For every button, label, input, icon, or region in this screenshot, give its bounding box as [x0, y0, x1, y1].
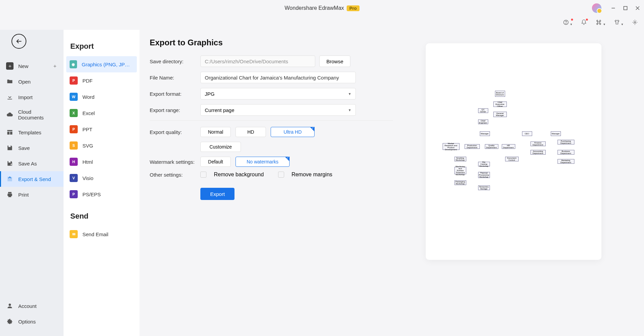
- plus-icon[interactable]: ＋: [52, 63, 57, 69]
- rail-label: Cloud Documents: [18, 109, 58, 120]
- org-node: Business Department: [558, 150, 574, 155]
- plus-box-icon: ＋: [6, 62, 14, 70]
- quality-label: Export quality:: [150, 129, 200, 135]
- filename-input[interactable]: [200, 72, 356, 83]
- main: ＋ New ＋ Open Import Cloud Documents Temp…: [0, 30, 644, 336]
- pro-badge: Pro: [347, 5, 360, 11]
- format-word[interactable]: W Word: [66, 89, 137, 105]
- command-icon[interactable]: ▾: [596, 19, 605, 27]
- format-label: Graphics (PNG, JPG et...: [82, 62, 133, 67]
- export-button[interactable]: Export: [200, 188, 234, 200]
- rail-label: Print: [18, 192, 29, 198]
- quality-normal[interactable]: Normal: [200, 127, 231, 137]
- back-button[interactable]: [11, 34, 26, 49]
- export-panel: Export ◉ Graphics (PNG, JPG et... P PDF …: [64, 30, 140, 336]
- rail-label: Import: [18, 94, 33, 100]
- rail-account[interactable]: Account: [0, 298, 64, 314]
- format-excel[interactable]: X Excel: [66, 105, 137, 121]
- org-node: Temporary Storage: [478, 185, 490, 190]
- format-ppt[interactable]: P PPT: [66, 121, 137, 137]
- quality-customize[interactable]: Customize: [200, 142, 241, 152]
- rail-options[interactable]: Options: [0, 314, 64, 329]
- minimize-icon[interactable]: [611, 6, 616, 10]
- close-icon[interactable]: [635, 6, 640, 10]
- rail-templates[interactable]: Templates: [0, 125, 64, 140]
- savedir-label: Save directory:: [150, 59, 200, 64]
- rail-label: New: [18, 63, 28, 69]
- remove-bg-checkbox[interactable]: [200, 172, 206, 178]
- svg-rect-1: [624, 6, 627, 10]
- format-value: JPG: [205, 91, 215, 97]
- org-node: Document Control: [505, 157, 519, 161]
- format-graphics[interactable]: ◉ Graphics (PNG, JPG et...: [66, 56, 137, 72]
- rail-saveas[interactable]: Save As: [0, 156, 64, 171]
- maximize-icon[interactable]: [623, 6, 628, 10]
- format-html[interactable]: H Html: [66, 154, 137, 170]
- window-controls: [592, 0, 640, 16]
- watermark-default[interactable]: Default: [200, 157, 231, 167]
- quality-hd[interactable]: HD: [236, 127, 266, 137]
- svg-point-11: [9, 304, 11, 306]
- format-label: Word: [82, 94, 95, 100]
- bell-icon[interactable]: [581, 19, 587, 27]
- send-heading: Send: [66, 202, 137, 226]
- rail-cloud[interactable]: Cloud Documents: [0, 105, 64, 125]
- quality-ultrahd[interactable]: Ultra HD: [271, 127, 315, 137]
- format-label: Excel: [82, 110, 95, 116]
- org-node: General Manager: [493, 112, 507, 117]
- rail-open[interactable]: Open: [0, 74, 64, 89]
- org-node: Accounting Department: [530, 150, 546, 155]
- remove-margins-checkbox[interactable]: [278, 172, 284, 178]
- range-label: Export range:: [150, 107, 200, 113]
- title-bar: Wondershare EdrawMax Pro: [0, 0, 644, 16]
- format-svg[interactable]: S SVG: [66, 137, 137, 154]
- form-column: Export to Graphics Save directory: Brows…: [150, 30, 393, 336]
- send-email[interactable]: ✉ Send Email: [66, 226, 137, 242]
- folder-icon: [6, 78, 14, 85]
- content: Export to Graphics Save directory: Brows…: [140, 30, 644, 336]
- format-pdf[interactable]: P PDF: [66, 72, 137, 89]
- pdf-icon: P: [70, 76, 78, 85]
- preview-card: Board of Directors Chief Executive Offic…: [426, 43, 601, 260]
- rail-label: Options: [18, 319, 36, 324]
- export-icon: [6, 175, 14, 183]
- visio-icon: V: [70, 174, 78, 182]
- remove-margins-label: Remove margins: [292, 172, 332, 178]
- rail-import[interactable]: Import: [0, 89, 64, 105]
- excel-icon: X: [70, 109, 78, 117]
- avatar[interactable]: [592, 3, 601, 13]
- template-icon: [6, 129, 14, 136]
- download-icon: [6, 93, 14, 101]
- org-node: Chief Engineer: [478, 119, 488, 124]
- format-pseps[interactable]: P PS/EPS: [66, 186, 137, 202]
- print-icon: [6, 191, 14, 198]
- format-visio[interactable]: V Visio: [66, 170, 137, 186]
- preview-column: Board of Directors Chief Executive Offic…: [393, 30, 634, 336]
- format-label: SVG: [82, 143, 93, 149]
- svg-rect-8: [7, 130, 13, 131]
- org-node: Market Research and Product Development: [443, 143, 460, 150]
- page-title: Export to Graphics: [150, 38, 393, 47]
- rail-print[interactable]: Print: [0, 187, 64, 202]
- shirt-icon[interactable]: ▾: [614, 19, 623, 27]
- rail-label: Account: [18, 303, 36, 309]
- org-node: Finance Department: [530, 141, 546, 146]
- rail-new[interactable]: ＋ New ＋: [0, 58, 64, 74]
- org-chart-preview: Board of Directors Chief Executive Offic…: [439, 87, 588, 216]
- save-icon: [6, 144, 14, 152]
- format-select[interactable]: JPG ▼: [200, 88, 356, 99]
- savedir-input: [200, 55, 315, 67]
- org-node: Die Casting Workshop: [478, 162, 490, 166]
- range-select[interactable]: Current page ▼: [200, 104, 356, 116]
- settings-icon[interactable]: [632, 19, 638, 27]
- rail-save[interactable]: Save: [0, 140, 64, 156]
- rail-list: ＋ New ＋ Open Import Cloud Documents Temp…: [0, 58, 64, 202]
- rail-export-send[interactable]: Export & Send: [0, 171, 64, 187]
- watermark-none[interactable]: No watermarks: [236, 157, 290, 167]
- browse-button[interactable]: Browse: [319, 55, 350, 67]
- ps-icon: P: [70, 190, 78, 198]
- other-label: Other settings:: [150, 172, 200, 178]
- format-label: Html: [82, 159, 93, 165]
- help-icon[interactable]: ▾: [563, 19, 572, 27]
- rail-label: Save: [18, 145, 30, 151]
